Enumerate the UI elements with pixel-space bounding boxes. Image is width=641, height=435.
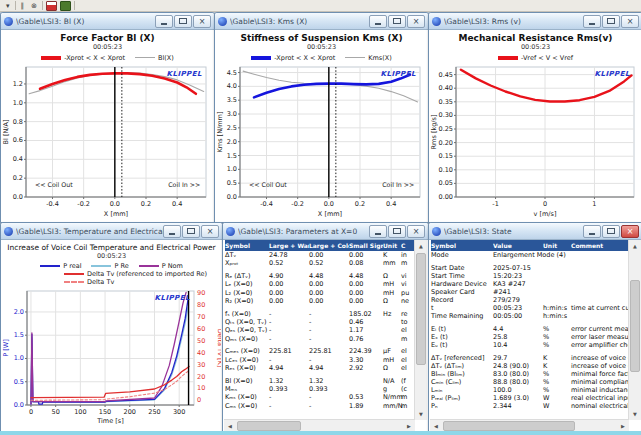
table-row[interactable]: Lcₑₛ (X=0)--3.30mHel bbox=[225, 356, 417, 364]
scrollbar-thumb[interactable] bbox=[416, 253, 426, 365]
maximize-button[interactable] bbox=[174, 15, 192, 28]
svg-text:50: 50 bbox=[52, 408, 60, 416]
vertical-scrollbar[interactable]: ▲ ▼ bbox=[414, 240, 427, 420]
svg-text:20: 20 bbox=[197, 373, 205, 381]
table-row[interactable]: t00:05:23h:min:stime at current cursor p… bbox=[431, 304, 641, 312]
table-row[interactable]: Record279/279 bbox=[431, 296, 641, 304]
minimize-button[interactable] bbox=[369, 15, 387, 28]
minimize-button[interactable] bbox=[163, 225, 181, 238]
table-row[interactable]: Eᵤ (t)10.4%error amplifier check bbox=[431, 341, 641, 349]
table-row[interactable]: Pᵣₑₐₗ (Pₗᵢₘ)1.689 (3.0)Wreal electrical … bbox=[431, 394, 641, 402]
svg-text:Rms [kg/s]: Rms [kg/s] bbox=[430, 115, 438, 150]
close-button[interactable]: × bbox=[621, 225, 639, 238]
table-row[interactable]: Cₘₑₛ (X=0)225.81225.81224.39µFel bbox=[225, 347, 417, 355]
close-button[interactable]: × bbox=[193, 15, 211, 28]
table-row[interactable]: ΔTᵥ24.780.000.00Kin bbox=[225, 251, 417, 259]
dropdown-button[interactable]: ▾ bbox=[4, 1, 12, 11]
table-row[interactable]: Xₚᵣₒₜ0.520.520.08mmm bbox=[225, 259, 417, 267]
toolbar-separator bbox=[15, 1, 16, 10]
maximize-button[interactable] bbox=[388, 15, 406, 28]
scrollbar-thumb[interactable] bbox=[630, 280, 640, 372]
table-row[interactable]: fₛ (X=0)--185.02Hzre bbox=[225, 310, 417, 318]
table-row[interactable]: Lₘᵢₙ100.0%minimal inductance ratio bbox=[431, 386, 641, 394]
svg-text:0.0: 0.0 bbox=[227, 193, 237, 201]
table-row[interactable]: R₂ (X=0)0.000.000.00Ωne bbox=[225, 297, 417, 305]
table-row[interactable]: ModeEnlargement Mode (4) bbox=[431, 251, 641, 259]
table-row[interactable]: Qₜₛ (X=0, Tᵥ)--0.46to bbox=[225, 318, 417, 326]
table-row[interactable]: L₂ (X=0)0.000.000.00mHpu bbox=[225, 289, 417, 297]
table-row[interactable]: Rₑₛ (X=0)4.944.942.92Ωel bbox=[225, 364, 417, 372]
chart-subtitle: 00:05:23 bbox=[216, 43, 427, 52]
table-row[interactable]: Pₙ2.344Wnominal electrical input power (… bbox=[431, 402, 641, 410]
window-title: \Gable\LSI3: Rms (v) bbox=[444, 17, 583, 26]
vertical-scrollbar[interactable]: ▲ ▼ bbox=[628, 240, 641, 420]
scroll-down-icon[interactable]: ▼ bbox=[629, 408, 641, 420]
maximize-button[interactable] bbox=[602, 225, 620, 238]
table-row[interactable]: Cₘᵢₙ (Cₗᵢₘ)88.8 (80.0)%minimal complianc… bbox=[431, 378, 641, 386]
table-row[interactable]: ΔTᵥ [referenced]29.7Kincrease of voice c… bbox=[431, 354, 641, 362]
table-row[interactable]: Eᵢ (t)4.4%error current measurement bbox=[431, 325, 641, 333]
table-row[interactable]: Time Remaining00:05:00h:min:s bbox=[431, 312, 641, 320]
titlebar[interactable]: \Gable\LSI3: Kms (X) × bbox=[215, 13, 428, 30]
titlebar[interactable]: \Gable\LSI3: Bl (X) × bbox=[1, 13, 214, 30]
titlebar[interactable]: \Gable\LSI3: Temperature and Electrical … bbox=[1, 223, 222, 240]
stop-icon[interactable]: ⊗ bbox=[29, 1, 39, 11]
app-icon bbox=[226, 227, 235, 236]
svg-text:-0.4: -0.4 bbox=[46, 200, 59, 208]
table-row[interactable]: Bl (X=0)1.321.32N/A(f bbox=[225, 377, 417, 385]
svg-text:70: 70 bbox=[197, 313, 205, 321]
legend-swatch bbox=[64, 281, 84, 283]
table-row[interactable]: Rₑ (ΔTᵥ)4.904.484.48Ωvi bbox=[225, 272, 417, 280]
temperature-power-chart[interactable]: 0501001502002503000.00.51.01.52.00102030… bbox=[2, 287, 221, 425]
scroll-up-icon[interactable]: ▲ bbox=[629, 240, 641, 252]
svg-text:4.5: 4.5 bbox=[227, 69, 237, 77]
close-button[interactable]: × bbox=[621, 15, 639, 28]
table-row[interactable]: ΔTᵥ (ΔTₗᵢₘ)24.8 (90.0)Kincrease of voice… bbox=[431, 362, 641, 370]
minimize-button[interactable] bbox=[369, 225, 387, 238]
titlebar[interactable]: \Gable\LSI3: State × bbox=[429, 223, 641, 240]
minimize-button[interactable] bbox=[155, 15, 173, 28]
minimize-button[interactable] bbox=[583, 15, 601, 28]
table-row[interactable]: Qₘₛ (X=0)--0.76m bbox=[225, 335, 417, 343]
titlebar[interactable]: \Gable\LSI3: Rms (v) × bbox=[429, 13, 641, 30]
maximize-button[interactable] bbox=[602, 15, 620, 28]
legend-item: Bl(X) bbox=[135, 54, 174, 62]
legend-swatch bbox=[135, 57, 155, 58]
chart-tool-icon[interactable] bbox=[46, 1, 57, 11]
maximize-button[interactable] bbox=[388, 225, 406, 238]
chart-subtitle: 00:05:23 bbox=[430, 43, 641, 52]
table-row[interactable]: Start Date2025-07-15 bbox=[431, 264, 641, 272]
scrollbar-thumb[interactable] bbox=[237, 421, 301, 431]
rms-chart[interactable]: -1010.000.050.100.150.200.250.300.350.40… bbox=[430, 63, 641, 218]
maximize-button[interactable] bbox=[182, 225, 200, 238]
kms-chart[interactable]: -0.4-0.20.00.20.40.00.51.01.52.02.53.03.… bbox=[216, 63, 427, 218]
close-button[interactable]: × bbox=[201, 225, 219, 238]
table-row[interactable]: Hardware DeviceKA3 #247 bbox=[431, 280, 641, 288]
toolbar-separator bbox=[42, 1, 43, 10]
table-row[interactable]: Kₘₛ (X=0)--0.53N/mmm bbox=[225, 393, 417, 401]
bl-chart[interactable]: -0.4-0.20.00.20.40.00.20.40.60.81.01.2X … bbox=[2, 63, 213, 218]
chart-legend: -Vref < V < Vref bbox=[430, 53, 641, 62]
table-row[interactable]: Mₘₛ0.3930.393g(c bbox=[225, 385, 417, 393]
table-row[interactable]: Lₑ (X=0)0.000.000.00mHvi bbox=[225, 280, 417, 288]
table-row[interactable]: Cₘₛ (X=0)--1.89mm/Nm bbox=[225, 402, 417, 410]
close-button[interactable]: × bbox=[407, 15, 425, 28]
close-button[interactable]: × bbox=[407, 225, 425, 238]
table-row[interactable]: Start Time15:20:23 bbox=[431, 272, 641, 280]
minimize-button[interactable] bbox=[583, 225, 601, 238]
app-icon bbox=[218, 17, 227, 26]
scroll-down-icon[interactable]: ▼ bbox=[415, 408, 427, 420]
table-row[interactable]: Blₘᵢₙ (Blₗᵢₘ)83.0 (80.0)%minimal force f… bbox=[431, 370, 641, 378]
legend-item: Delta Tv bbox=[64, 278, 114, 286]
table-row[interactable]: Speaker Card#241 bbox=[431, 288, 641, 296]
export-tool-icon[interactable] bbox=[60, 1, 71, 11]
scroll-up-icon[interactable]: ▲ bbox=[415, 240, 427, 252]
scrollbar-thumb[interactable] bbox=[443, 421, 575, 431]
titlebar[interactable]: \Gable\LSI3: Parameters at X=0 × bbox=[223, 223, 428, 240]
chart-title: Force Factor Bl (X) bbox=[2, 33, 213, 43]
svg-text:0.10: 0.10 bbox=[439, 166, 453, 174]
table-row[interactable]: Qₑₛ (X=0, Tᵥ)--1.17el bbox=[225, 326, 417, 334]
svg-text:0.4: 0.4 bbox=[13, 155, 23, 163]
pause-icon[interactable]: ∥ bbox=[19, 1, 27, 11]
table-row[interactable]: Eₓ (t)25.8%error laser measurement bbox=[431, 333, 641, 341]
